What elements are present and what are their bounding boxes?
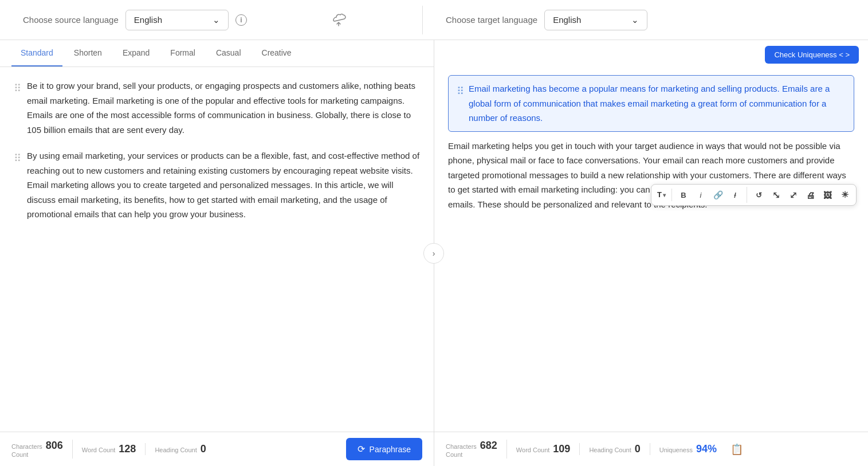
top-bar: Choose source language English ⌄ i Choos… (0, 0, 868, 40)
right-characters-label: CharactersCount (446, 442, 477, 459)
source-language-section: Choose source language English ⌄ i (23, 10, 422, 30)
paraphrase-label: Paraphrase (370, 445, 411, 454)
check-uniqueness-button[interactable]: Check Uniqueness < > (765, 46, 859, 64)
drag-handle-1[interactable]: ⠿ (14, 80, 20, 137)
format-group: B i 🔗 / (675, 187, 747, 203)
image-button[interactable]: 🖼 (819, 187, 835, 203)
right-characters-value: 682 (480, 440, 497, 452)
right-toolbar: Check Uniqueness < > (434, 40, 868, 69)
left-word-stat: Word Count 128 (73, 443, 146, 455)
paragraph-text-1: Be it to grow your brand, sell your prod… (27, 79, 420, 137)
left-characters-label: CharactersCount (11, 442, 42, 459)
collapse-toggle[interactable]: › (423, 243, 444, 264)
source-language-select[interactable]: English ⌄ (125, 10, 229, 30)
right-word-label: Word Count (516, 446, 550, 454)
paragraph-block-2: ⠿ By using email marketing, your service… (14, 148, 420, 222)
paragraph-text-2: By using email marketing, your services … (27, 148, 420, 222)
source-language-label: Choose source language (23, 15, 119, 25)
settings-button[interactable]: ☀ (836, 187, 853, 203)
paraphrase-button[interactable]: ⟳ Paraphrase (346, 438, 422, 460)
left-heading-label: Heading Count (155, 446, 197, 454)
source-language-value: English (134, 15, 162, 25)
highlighted-paragraph-text: Email marketing has become a popular mea… (469, 81, 846, 126)
right-text-area[interactable]: ⠿ Email marketing has become a popular m… (434, 69, 868, 432)
left-heading-value: 0 (201, 443, 206, 455)
tab-casual[interactable]: Casual (207, 40, 250, 66)
right-heading-label: Heading Count (589, 446, 631, 454)
shrink-button[interactable]: ⤡ (768, 187, 784, 203)
info-icon[interactable]: i (235, 14, 247, 26)
right-word-value: 109 (553, 443, 570, 455)
tab-shorten[interactable]: Shorten (65, 40, 111, 66)
expand-button[interactable]: ⤢ (785, 187, 801, 203)
left-panel-footer: CharactersCount 806 Word Count 128 Headi… (0, 432, 434, 466)
right-uniqueness-stat: Uniqueness 94% (650, 443, 726, 455)
tab-formal[interactable]: Formal (161, 40, 205, 66)
main-content: Standard Shorten Expand Formal Casual Cr… (0, 40, 868, 466)
right-uniqueness-label: Uniqueness (659, 446, 693, 454)
target-language-label: Choose target language (446, 15, 537, 25)
check-uniqueness-label: Check Uniqueness < > (774, 50, 850, 59)
target-language-value: English (553, 15, 581, 25)
source-chevron-down-icon: ⌄ (213, 15, 220, 25)
right-word-stat: Word Count 109 (507, 443, 580, 455)
link-button[interactable]: 🔗 (710, 187, 726, 203)
right-uniqueness-value: 94% (696, 443, 717, 455)
right-panel-footer: CharactersCount 682 Word Count 109 Headi… (434, 432, 868, 466)
print-button[interactable]: 🖨 (802, 187, 818, 203)
font-group: T ▾ (655, 189, 672, 201)
tab-standard[interactable]: Standard (11, 40, 62, 66)
left-word-label: Word Count (82, 446, 116, 454)
strikethrough-button[interactable]: / (727, 187, 743, 203)
drag-handle-2[interactable]: ⠿ (14, 150, 20, 222)
floating-toolbar: T ▾ B i 🔗 / ↺ ⤡ ⤢ 🖨 🖼 ☀ (651, 184, 857, 206)
right-heading-value: 0 (635, 443, 641, 455)
target-language-select[interactable]: English ⌄ (544, 10, 647, 30)
left-characters-stat: CharactersCount 806 (11, 440, 73, 459)
tab-expand[interactable]: Expand (113, 40, 159, 66)
left-heading-stat: Heading Count 0 (146, 443, 215, 455)
action-group: ↺ ⤡ ⤢ 🖨 🖼 ☀ (751, 187, 853, 203)
left-text-area[interactable]: ⠿ Be it to grow your brand, sell your pr… (0, 67, 434, 432)
font-chevron-icon: ▾ (663, 190, 666, 200)
tab-creative[interactable]: Creative (253, 40, 301, 66)
left-word-value: 128 (119, 443, 136, 455)
right-heading-stat: Heading Count 0 (580, 443, 650, 455)
paraphrase-icon: ⟳ (358, 444, 365, 455)
upload-icon[interactable] (329, 10, 347, 30)
target-chevron-down-icon: ⌄ (631, 15, 639, 25)
target-language-section: Choose target language English ⌄ (423, 10, 845, 30)
undo-button[interactable]: ↺ (751, 187, 767, 203)
left-characters-value: 806 (46, 440, 63, 452)
paragraph-block-1: ⠿ Be it to grow your brand, sell your pr… (14, 79, 420, 137)
copy-button[interactable]: 📋 (730, 443, 743, 456)
tab-bar: Standard Shorten Expand Formal Casual Cr… (0, 40, 434, 67)
italic-button[interactable]: i (693, 187, 709, 203)
left-panel: Standard Shorten Expand Formal Casual Cr… (0, 40, 434, 466)
font-type-button[interactable]: T ▾ (655, 189, 668, 201)
font-t-label: T (657, 189, 662, 201)
right-characters-stat: CharactersCount 682 (446, 440, 507, 459)
bold-button[interactable]: B (675, 187, 692, 203)
right-panel: Check Uniqueness < > ⠿ Email marketing h… (434, 40, 868, 466)
highlighted-paragraph: ⠿ Email marketing has become a popular m… (448, 75, 854, 132)
right-drag-handle-1[interactable]: ⠿ (457, 83, 463, 100)
